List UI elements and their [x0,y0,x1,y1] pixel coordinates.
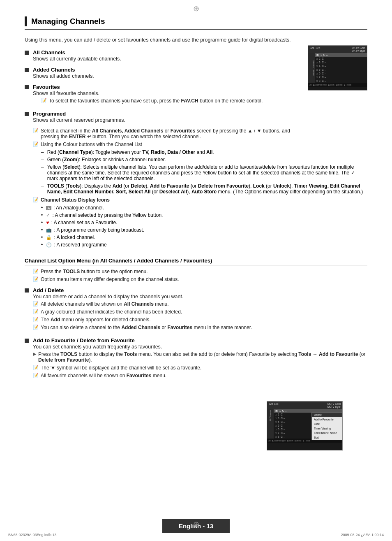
fav-note1-text: Press the TOOLS button to display the To… [38,351,367,363]
note-select-text: Select a channel in the All Channels, Ad… [41,128,302,139]
favourites-content: Favourites Shows all favourite channels.… [33,84,367,106]
favourites-note-text: To select the favourites channels you ha… [49,98,263,104]
add-delete-note3-text: The Add menu only appears for deleted ch… [41,317,151,323]
add-to-favourite-desc: You can set channels you watch frequentl… [33,344,162,350]
icon-lock: • 🔒 : A locked channel. [41,235,367,240]
dot-icon: • [41,242,43,248]
note-icon: 📝 [33,269,39,274]
note-icon: 📝 [33,317,39,322]
all-channels-desc: Shows all currently available channels. [33,56,121,62]
add-to-favourite-content: Add to Favourite / Delete from Favourite… [33,337,367,381]
context-menu: Delete Add to Favourite Lock Timer Viewi… [311,412,342,440]
note-icon: 📝 [33,142,39,147]
icon-tv-text: 📺 : A programme currently being broadcas… [46,227,144,233]
dash-yellow: – Yellow (Select): Selects multiple chan… [41,164,367,181]
programmed-title: Programmed [33,111,66,117]
note-icon: 📝 [33,373,39,378]
favourites-title: Favourites [33,84,60,90]
dot-icon: • [41,235,43,240]
favourites-desc: Shows all favourite channels. [33,91,99,96]
note-icon: 📝 [33,309,39,314]
icon-check-text: ✓ : A channel selected by pressing the Y… [46,212,163,218]
dot-icon: • [41,227,43,233]
favourites-section: Favourites Shows all favourite channels.… [25,84,367,106]
add-to-favourite-title: Add to Favourite / Delete from Favourite [33,337,135,344]
all-channels-title: All Channels [33,49,65,56]
dash-yellow-text: Yellow (Select): Selects multiple channe… [47,164,363,181]
programmed-desc: Shows all current reserved programmes. [33,117,125,123]
note-icon: 📝 [33,128,39,133]
screen2-header-right: UKTV GoldUKTV style [327,402,341,408]
context-menu-item-delete: Delete [312,413,342,417]
fav-note-1: ▶ Press the TOOLS button to display the … [33,351,367,363]
added-channels-title: Added Channels [33,67,75,73]
intro-text: Using this menu, you can add / delete or… [25,37,367,43]
sub-note-differ: 📝 Option menu items may differ depending… [33,276,367,282]
dash-icon: – [41,183,44,189]
icon-heart: • ♥ : A channel set as a Favourite. [41,220,367,225]
icon-tv: • 📺 : A programme currently being broadc… [41,227,367,233]
icon-heart-text: ♥ : A channel set as a Favourite. [46,220,117,225]
sub-section-heading: Channel List Option Menu (in All Channel… [25,258,367,265]
dash-red: – Red (Channel Type): Toggle between you… [41,149,367,155]
forward-icon: ▶ [33,351,36,357]
icon-clock-text: 🕐 : A reserved programme [46,242,106,248]
add-to-favourite-section: Add to Favourite / Delete from Favourite… [25,337,367,381]
all-channels-section: All Channels Shows all currently availab… [25,49,367,62]
icon-analogue: • A : An Analogue channel. [41,205,367,211]
added-channels-section: Added Channels Shows all added channels. [25,67,367,79]
icon-lock-text: 🔒 : A locked channel. [46,235,95,240]
bottom-left-text: BN68-02329A-03Eng.indb 13 [8,533,57,537]
add-delete-content: Add / Delete You can delete or add a cha… [33,287,367,332]
add-delete-desc: You can delete or add a channel to displ… [33,294,183,300]
dot-icon: • [41,205,43,211]
content-area: All Channels Shows all currently availab… [25,49,367,381]
add-delete-note-1: 📝 All deleted channels will be shown on … [33,301,367,307]
dash-icon: – [41,149,44,155]
add-delete-title: Add / Delete [33,287,64,293]
context-menu-item-sort: Sort [312,435,342,440]
add-delete-section: Add / Delete You can delete or add a cha… [25,287,367,332]
programmed-section: Programmed Shows all current reserved pr… [25,111,367,123]
title-bar-decoration [25,16,27,26]
note-icon: 📝 [33,325,39,330]
section-title: Managing Channels [25,16,367,30]
dot-icon: • [41,220,43,225]
note-icon: 📝 [33,301,39,306]
screen2-sidebar-label: All Channels [269,410,272,421]
bottom-right-text: 2009-08-24 ¿ÁEÂ 1:00:14 [341,533,384,537]
note-icon: 📝 [33,365,39,370]
dash-tools: – TOOLS (Tools): Displays the Add (or De… [41,183,367,195]
icon-analogue-text: A : An Analogue channel. [46,205,104,211]
fav-note-2: 📝 The '♥' symbol will be displayed and t… [33,365,367,371]
add-delete-note-3: 📝 The Add menu only appears for deleted … [33,317,367,323]
sub-note-tools-text: Press the TOOLS button to use the option… [41,269,148,274]
dash-green: – Green (Zoom): Enlarges or shrinks a ch… [41,157,367,163]
screen2-header-left: 824 825 [269,402,279,408]
dash-icon: – [41,157,44,163]
sub-note-tools: 📝 Press the TOOLS button to use the opti… [33,269,367,274]
fav-note3-text: All favourite channels will be shown on … [41,373,166,378]
dash-tools-text: TOOLS (Tools): Displays the Add (or Dele… [47,183,363,195]
bullet-icon [25,51,29,55]
note-colour-buttons: 📝 Using the Colour buttons with the Chan… [33,142,367,147]
bullet-icon [25,85,29,89]
fav-note2-text: The '♥' symbol will be displayed and the… [41,365,201,371]
programmed-content: Programmed Shows all current reserved pr… [33,111,367,123]
note-icon: 📝 [33,276,39,282]
all-channels-content: All Channels Shows all currently availab… [33,49,367,62]
context-menu-item-add-fav: Add to Favourite [312,417,342,422]
bullet-icon [25,339,29,343]
context-menu-item-lock: Lock [312,422,342,426]
fav-note-3: 📝 All favourite channels will be shown o… [33,373,367,378]
sub-note-differ-text: Option menu items may differ depending o… [41,276,179,282]
dash-icon: – [41,164,44,170]
bullet-icon [25,112,29,116]
bullet-icon [25,68,29,72]
context-menu-item-timer: Timer Viewing [312,426,342,431]
icon-clock: • 🕐 : A reserved programme [41,242,367,248]
dash-red-text: Red (Channel Type): Toggle between your … [47,149,214,155]
bottom-crosshair-icon: ⊕ [193,520,199,529]
dot-icon: • [41,212,43,218]
channel-status-heading: Channel Status Display Icons [41,197,110,203]
